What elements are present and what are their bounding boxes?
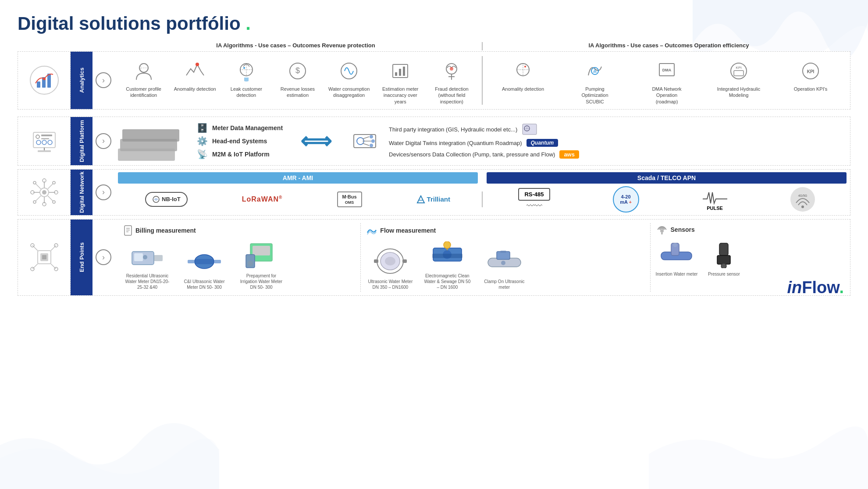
analytics-item-fraud: Fraud detection (without field inspectio… [430, 58, 473, 105]
endpoints-arrow[interactable]: › [92, 220, 114, 295]
ep-clamp-on-meter: Clamp On Ultrasonic meter [480, 246, 528, 290]
wave-bottom-left-decoration [0, 401, 219, 489]
svg-line-51 [363, 143, 369, 145]
endpoints-row-icon [18, 220, 71, 295]
inflow-logo: inFlow. [787, 278, 844, 297]
svg-line-71 [48, 184, 53, 189]
network-row-icon [18, 170, 71, 215]
analytics-item-anomality: Anomality detection [173, 58, 217, 92]
analytics-icon [29, 65, 60, 96]
svg-rect-103 [214, 260, 221, 263]
svg-point-21 [450, 67, 453, 71]
page-title: Digital solutions portfólio . [18, 13, 850, 34]
billing-section: Billing measurement Residential Ultrason… [118, 223, 361, 292]
svg-rect-18 [399, 69, 401, 76]
network-label: Digital Network [71, 170, 92, 215]
svg-text:$: $ [295, 66, 300, 75]
ep-electromagnetic-meter: Electromagnetic Clean Water & Sewage DN … [423, 241, 471, 290]
svg-rect-97 [134, 253, 143, 261]
svg-point-79 [801, 206, 804, 208]
svg-point-126 [673, 243, 677, 247]
svg-rect-40 [41, 135, 52, 136]
svg-point-122 [660, 229, 664, 233]
network-row: Digital Network › AMR - AMI Scada / TELC… [18, 169, 850, 216]
svg-line-84 [32, 245, 38, 251]
ep-ultrasonic-flow-meter: Ultrasonic Water Meter DN 350 – DN1600 [366, 246, 414, 290]
svg-point-60 [42, 190, 46, 195]
analytics-item-estimation: Estimation meter inaccuracy over years [378, 58, 422, 105]
pulse-badge: PULSE [702, 188, 728, 211]
svg-rect-35 [734, 71, 743, 76]
svg-rect-128 [717, 255, 730, 264]
platform-arrow[interactable]: › [92, 117, 114, 165]
analytics-content: Customer profile identification Anomalit… [114, 52, 850, 109]
ep-prepayment-meter: Prepayment for Irrigation Water Meter DN… [237, 241, 285, 290]
mbus-logo: M·BusOMS [337, 191, 362, 207]
scada-label: Scada / TELCO APN [487, 172, 847, 184]
endpoints-content: Billing measurement Residential Ultrason… [114, 220, 850, 295]
flow-section: Flow measurement Ultrasonic Water Meter … [361, 223, 650, 292]
svg-point-121 [501, 261, 505, 265]
svg-point-45 [42, 140, 46, 145]
trilliant-logo: Trilliant [416, 195, 450, 204]
analytics-item-kpi: KPI Operation KPI's [789, 58, 832, 92]
svg-text:KPI: KPI [807, 69, 815, 74]
analytics-item-pumping: Pumping Optimization SCUBIC [573, 58, 617, 105]
analytics-item-anomality-right: Anomality detection [501, 58, 545, 92]
analytics-item-dma: DMA DMA Network Operation (roadmap) [645, 58, 689, 105]
svg-rect-105 [253, 246, 270, 255]
svg-point-12 [243, 67, 245, 69]
svg-point-110 [385, 257, 395, 266]
network-content: AMR - AMI Scada / TELCO APN NB-IoT LoRaW… [114, 170, 850, 215]
svg-rect-127 [719, 243, 728, 255]
svg-rect-120 [500, 251, 506, 253]
svg-line-86 [32, 264, 38, 269]
svg-rect-1 [37, 82, 40, 88]
platform-row: Digital Platform › 🗄️ Meter Data Managem… [18, 117, 850, 166]
svg-point-107 [248, 261, 253, 266]
platform-icon [29, 126, 60, 156]
svg-point-46 [48, 140, 52, 145]
wireless-badge: 4G/5G [790, 187, 815, 212]
svg-text:4G/5G: 4G/5G [798, 194, 808, 197]
svg-rect-102 [188, 260, 195, 263]
analytics-item-customer-profile: Customer profile identification [122, 58, 166, 99]
analytics-label: Analytics [71, 52, 92, 109]
endpoints-row: End Points › Billing measurement Residen… [18, 219, 850, 296]
analytics-item-leak: Leak customer detection [224, 58, 268, 99]
svg-point-44 [36, 140, 41, 145]
svg-rect-17 [395, 72, 397, 76]
svg-line-75 [48, 196, 53, 201]
svg-rect-19 [403, 67, 405, 76]
svg-line-69 [36, 184, 41, 189]
platform-layer-mdm: 🗄️ Meter Data Management [197, 123, 283, 133]
analytics-item-consumption: Water consumption disaggregation [327, 58, 371, 99]
svg-point-4 [43, 78, 46, 80]
svg-rect-3 [47, 74, 51, 88]
analytics-arrow[interactable]: › [92, 52, 114, 109]
platform-right-gis: Third party integration (GIS, Hydraulic … [389, 123, 579, 135]
svg-point-76 [53, 201, 55, 203]
analytics-row-icon [18, 52, 71, 109]
svg-point-129 [721, 263, 726, 268]
svg-point-54 [370, 144, 373, 147]
svg-point-98 [143, 255, 147, 259]
svg-point-115 [444, 241, 451, 248]
ep-insertion-meter: Insertion Water meter [656, 239, 698, 277]
ep-residential-meter: Residential Ultrasonic Water Meter DN15-… [123, 241, 171, 290]
rs485-badge: RS-485 〰〰 [518, 188, 550, 211]
wave-bottom-right-decoration [649, 410, 868, 489]
platform-right-aws: Devices/sensors Data Collection (Pump, t… [389, 150, 579, 159]
svg-point-74 [33, 201, 36, 203]
platform-row-icon [18, 117, 71, 165]
svg-point-53 [371, 139, 375, 143]
svg-rect-101 [195, 259, 214, 264]
svg-point-39 [36, 135, 39, 138]
svg-point-8 [196, 63, 199, 66]
svg-line-73 [36, 196, 41, 201]
sensors-section: Sensors Insertion Water meter Pressure s… [651, 223, 847, 279]
endpoints-label: End Points [71, 220, 92, 295]
svg-point-27 [524, 66, 526, 67]
network-arrow[interactable]: › [92, 170, 114, 215]
svg-rect-83 [42, 255, 46, 259]
